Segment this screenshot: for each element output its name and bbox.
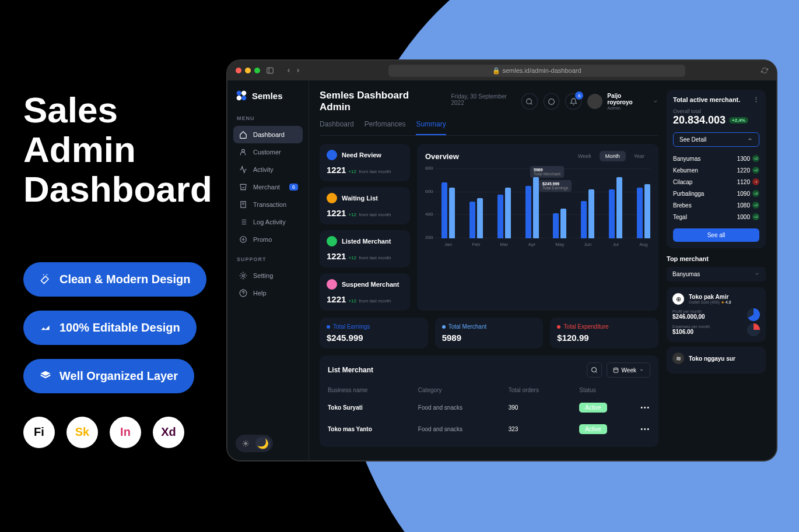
- bar-group[interactable]: [637, 184, 650, 238]
- card-icon: [327, 193, 337, 203]
- bar-group[interactable]: [525, 177, 539, 238]
- region-row[interactable]: Kebumen1220+2: [673, 164, 759, 176]
- svg-rect-12: [614, 368, 618, 373]
- chevron-up-icon: [747, 136, 753, 142]
- svg-point-10: [527, 98, 532, 104]
- overview-title: Overview: [425, 152, 459, 161]
- see-all-button[interactable]: See all: [673, 228, 759, 242]
- help-icon: [239, 289, 247, 297]
- bar-group[interactable]: [469, 198, 483, 238]
- tag-icon: [239, 235, 247, 244]
- app-window: 🔒 semles.id/admin-dashboard Semles MENU …: [226, 59, 777, 461]
- metric-card: Total Earnings$245.999: [320, 318, 428, 348]
- bar-chart: 800600400200 5989Total Merchant $245.999…: [425, 168, 650, 250]
- maximize-dot[interactable]: [254, 68, 260, 73]
- minimize-dot[interactable]: [245, 68, 251, 73]
- card-icon: [327, 150, 337, 160]
- see-detail-button[interactable]: See Detail: [673, 132, 759, 147]
- stat-card[interactable]: Need Review1221+12 from last month: [320, 144, 410, 181]
- logo[interactable]: Semles: [233, 90, 303, 101]
- gear-icon: [239, 272, 247, 280]
- dark-mode-btn[interactable]: 🌙: [255, 437, 271, 450]
- donut-chart: [747, 323, 760, 336]
- menu-dashboard[interactable]: Dashboard: [233, 126, 303, 143]
- bar-group[interactable]: [441, 182, 455, 238]
- stat-card[interactable]: Waiting List1221+12 from last month: [320, 187, 410, 224]
- sidebar-toggle-icon[interactable]: [266, 66, 274, 75]
- back-icon[interactable]: [286, 68, 292, 73]
- stat-card[interactable]: Suspend Merchant1221+12 from last month: [320, 273, 410, 311]
- merchant-badge: 6: [289, 184, 298, 191]
- stat-card[interactable]: Listed Merchant1221+12 from last month: [320, 230, 410, 267]
- bar-group[interactable]: [497, 188, 511, 238]
- chevron-down-icon: [653, 98, 658, 104]
- page-date: Friday, 30 September 2022: [451, 93, 521, 106]
- tab-summary[interactable]: Summary: [416, 120, 446, 135]
- row-menu[interactable]: •••: [628, 404, 650, 411]
- sketch-icon: Sk: [66, 417, 98, 448]
- region-row[interactable]: Tegal1000+2: [673, 211, 759, 223]
- bar-group[interactable]: [581, 189, 594, 238]
- svg-point-1: [237, 91, 241, 96]
- chevron-down-icon: [639, 368, 644, 372]
- list-title: List Merchant: [328, 366, 373, 374]
- region-dropdown[interactable]: Banyumas: [667, 267, 766, 281]
- region-row[interactable]: Brebes1080+2: [673, 199, 759, 211]
- menu-help[interactable]: Help: [233, 284, 303, 302]
- sidebar: Semles MENU Dashboard Customer Activity …: [227, 80, 309, 460]
- time-month[interactable]: Month: [600, 151, 626, 161]
- receipt-icon: [239, 200, 247, 209]
- promo-pill: Clean & Modern Design: [23, 262, 206, 297]
- chevron-down-icon: [754, 271, 760, 277]
- light-mode-btn[interactable]: ☀: [238, 437, 253, 450]
- invision-icon: In: [110, 417, 141, 448]
- region-row[interactable]: Cilacap1120-3: [673, 176, 759, 188]
- delta-badge: +2,4%: [729, 117, 748, 124]
- tab-performances[interactable]: Perfomances: [365, 120, 406, 135]
- menu-customer[interactable]: Customer: [233, 143, 303, 161]
- forward-icon[interactable]: [295, 68, 301, 73]
- region-row[interactable]: Purbalingga1090+2: [673, 188, 759, 199]
- menu-merchant[interactable]: Merchant6: [233, 178, 303, 196]
- close-dot[interactable]: [236, 68, 241, 73]
- table-row[interactable]: Toko SuryatiFood and snacks390Active•••: [328, 397, 650, 418]
- list-period-button[interactable]: Week: [607, 362, 650, 378]
- menu-log[interactable]: Log Activity: [233, 213, 303, 231]
- merchant-card[interactable]: ≋Toko nggayu sur: [667, 347, 766, 374]
- row-menu[interactable]: •••: [628, 426, 650, 432]
- menu-activity[interactable]: Activity: [233, 161, 303, 178]
- menu-promo[interactable]: Promo: [233, 231, 303, 248]
- time-year[interactable]: Year: [628, 151, 650, 161]
- svg-point-2: [241, 91, 246, 96]
- chart-tooltip: $245.999Total Earnings: [539, 180, 572, 192]
- delta-badge: +2: [752, 155, 759, 162]
- menu-label: MENU: [237, 115, 303, 121]
- more-icon[interactable]: ⋮: [753, 96, 759, 104]
- table-header: Business nameCategoryTotal ordersStatus: [328, 383, 650, 397]
- bar-group[interactable]: [609, 177, 622, 238]
- notif-button[interactable]: 6: [565, 93, 581, 110]
- bar-group[interactable]: [553, 209, 566, 238]
- menu-transaction[interactable]: Transaction: [233, 196, 303, 213]
- delta-badge: +2: [752, 167, 759, 174]
- chat-button[interactable]: [544, 93, 560, 110]
- user-menu[interactable]: Paijo royoroyoAdmin: [587, 93, 658, 111]
- support-label: SUPPORT: [237, 256, 303, 262]
- metric-card: Total Expenditure$120.99: [550, 318, 658, 348]
- list-search-button[interactable]: [587, 362, 602, 378]
- merchant-card[interactable]: ⊕ Toko pak AmirOutlet Sold (456) ★ 4,8 P…: [667, 287, 766, 342]
- tab-dashboard[interactable]: Dashboard: [320, 120, 354, 135]
- merchant-icon: ≋: [672, 353, 684, 364]
- table-row[interactable]: Toko mas YantoFood and snacks323Active••…: [328, 418, 650, 440]
- search-icon: [591, 367, 598, 374]
- time-week[interactable]: Week: [572, 151, 597, 161]
- search-button[interactable]: [521, 93, 538, 110]
- svg-point-3: [237, 96, 241, 100]
- delta-badge: -3: [752, 178, 759, 185]
- browser-bar: 🔒 semles.id/admin-dashboard: [227, 61, 776, 80]
- theme-toggle[interactable]: ☀ 🌙: [236, 435, 273, 452]
- url-bar[interactable]: 🔒 semles.id/admin-dashboard: [388, 65, 685, 77]
- region-row[interactable]: Banyumas1300+2: [673, 153, 759, 164]
- menu-setting[interactable]: Setting: [233, 267, 303, 284]
- refresh-icon[interactable]: [761, 67, 768, 74]
